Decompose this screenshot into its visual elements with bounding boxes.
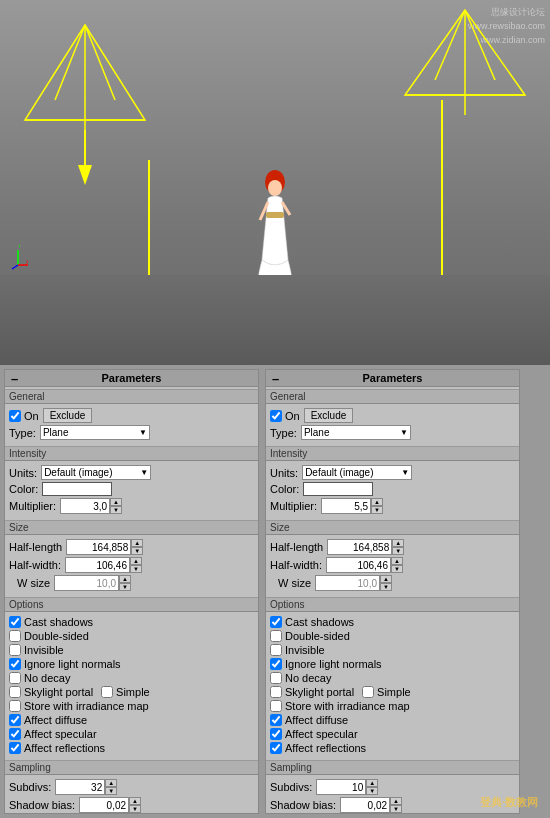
left-on-checkbox[interactable]: On <box>9 410 39 422</box>
left-shadow-bias-btns: ▲ ▼ <box>129 797 141 813</box>
right-affect-reflections[interactable]: Affect reflections <box>270 742 366 754</box>
right-subdivs-spinner: ▲ ▼ <box>316 779 378 795</box>
svg-line-19 <box>12 265 18 269</box>
left-units-dropdown[interactable]: Default (image) ▼ <box>41 465 151 480</box>
right-shadow-bias-label: Shadow bias: <box>270 799 336 811</box>
right-w-size-btns: ▲ ▼ <box>380 575 392 591</box>
right-no-decay[interactable]: No decay <box>270 672 331 684</box>
right-type-dropdown[interactable]: Plane ▼ <box>301 425 411 440</box>
right-exclude-button[interactable]: Exclude <box>304 408 354 423</box>
right-cast-shadows[interactable]: Cast shadows <box>270 616 354 628</box>
left-affect-diffuse[interactable]: Affect diffuse <box>9 714 87 726</box>
left-no-decay[interactable]: No decay <box>9 672 70 684</box>
right-subdivs-down[interactable]: ▼ <box>366 787 378 795</box>
left-color-label: Color: <box>9 483 38 495</box>
left-double-sided[interactable]: Double-sided <box>9 630 89 642</box>
left-panel-collapse[interactable]: – <box>11 371 18 386</box>
right-simple[interactable]: Simple <box>362 686 411 698</box>
right-half-length-down[interactable]: ▼ <box>392 547 404 555</box>
left-cast-shadows[interactable]: Cast shadows <box>9 616 93 628</box>
left-half-length-up[interactable]: ▲ <box>131 539 143 547</box>
left-store-irradiance[interactable]: Store with irradiance map <box>9 700 149 712</box>
right-affect-specular[interactable]: Affect specular <box>270 728 358 740</box>
left-subdivs-input[interactable] <box>55 779 105 795</box>
left-shadow-bias-spinner: ▲ ▼ <box>79 797 141 813</box>
right-on-checkbox[interactable]: On <box>270 410 300 422</box>
right-multiplier-up[interactable]: ▲ <box>371 498 383 506</box>
left-simple[interactable]: Simple <box>101 686 150 698</box>
right-shadow-bias-input[interactable] <box>340 797 390 813</box>
left-multiplier-down[interactable]: ▼ <box>110 506 122 514</box>
left-shadow-bias-up[interactable]: ▲ <box>129 797 141 805</box>
right-w-size-label: W size <box>278 577 311 589</box>
right-half-length-input[interactable] <box>327 539 392 555</box>
left-w-size-up[interactable]: ▲ <box>119 575 131 583</box>
left-half-width-up[interactable]: ▲ <box>130 557 142 565</box>
left-affect-reflections[interactable]: Affect reflections <box>9 742 105 754</box>
left-half-length-down[interactable]: ▼ <box>131 547 143 555</box>
right-color-swatch[interactable] <box>303 482 373 496</box>
right-half-width-btns: ▲ ▼ <box>391 557 403 573</box>
left-subdivs-label: Subdivs: <box>9 781 51 793</box>
right-units-dropdown[interactable]: Default (image) ▼ <box>302 465 412 480</box>
right-ignore-normals[interactable]: Ignore light normals <box>270 658 382 670</box>
left-subdivs-up[interactable]: ▲ <box>105 779 117 787</box>
right-type-label: Type: <box>270 427 297 439</box>
left-w-size-down[interactable]: ▼ <box>119 583 131 591</box>
left-w-size-label: W size <box>17 577 50 589</box>
left-multiplier-btns: ▲ ▼ <box>110 498 122 514</box>
left-exclude-button[interactable]: Exclude <box>43 408 93 423</box>
right-on-input[interactable] <box>270 410 282 422</box>
right-invisible[interactable]: Invisible <box>270 644 325 656</box>
left-shadow-bias-down[interactable]: ▼ <box>129 805 141 813</box>
left-ignore-normals[interactable]: Ignore light normals <box>9 658 121 670</box>
left-half-width-btns: ▲ ▼ <box>130 557 142 573</box>
left-affect-specular[interactable]: Affect specular <box>9 728 97 740</box>
left-panel-title: Parameters <box>102 372 162 384</box>
right-panel-collapse[interactable]: – <box>272 371 279 386</box>
left-half-width-input[interactable] <box>65 557 130 573</box>
right-double-sided[interactable]: Double-sided <box>270 630 350 642</box>
svg-rect-14 <box>266 212 284 218</box>
left-skylight-portal[interactable]: Skylight portal <box>9 686 93 698</box>
right-store-irradiance[interactable]: Store with irradiance map <box>270 700 410 712</box>
right-multiplier-btns: ▲ ▼ <box>371 498 383 514</box>
right-sampling-header: Sampling <box>266 760 519 775</box>
left-shadow-bias-label: Shadow bias: <box>9 799 75 811</box>
right-subdivs-input[interactable] <box>316 779 366 795</box>
left-pyramid <box>20 20 150 190</box>
right-half-length-up[interactable]: ▲ <box>392 539 404 547</box>
right-multiplier-down[interactable]: ▼ <box>371 506 383 514</box>
left-multiplier-up[interactable]: ▲ <box>110 498 122 506</box>
right-shadow-bias-down[interactable]: ▼ <box>390 805 402 813</box>
left-general-header: General <box>5 389 258 404</box>
left-type-dropdown[interactable]: Plane ▼ <box>40 425 150 440</box>
right-subdivs-up[interactable]: ▲ <box>366 779 378 787</box>
right-shadow-bias-up[interactable]: ▲ <box>390 797 402 805</box>
left-w-size-input[interactable] <box>54 575 119 591</box>
axes-indicator: Y X <box>8 245 28 270</box>
right-multiplier-input[interactable] <box>321 498 371 514</box>
left-half-width-down[interactable]: ▼ <box>130 565 142 573</box>
left-shadow-bias-input[interactable] <box>79 797 129 813</box>
right-half-width-input[interactable] <box>326 557 391 573</box>
svg-point-13 <box>268 180 282 196</box>
right-w-size-down[interactable]: ▼ <box>380 583 392 591</box>
right-affect-diffuse[interactable]: Affect diffuse <box>270 714 348 726</box>
right-half-width-down[interactable]: ▼ <box>391 565 403 573</box>
left-half-length-input[interactable] <box>66 539 131 555</box>
left-multiplier-input[interactable] <box>60 498 110 514</box>
left-color-swatch[interactable] <box>42 482 112 496</box>
right-w-size-up[interactable]: ▲ <box>380 575 392 583</box>
left-sampling-header: Sampling <box>5 760 258 775</box>
right-half-length-btns: ▲ ▼ <box>392 539 404 555</box>
right-w-size-input[interactable] <box>315 575 380 591</box>
right-skylight-portal[interactable]: Skylight portal <box>270 686 354 698</box>
right-half-width-up[interactable]: ▲ <box>391 557 403 565</box>
right-intensity-header: Intensity <box>266 446 519 461</box>
left-subdivs-spinner: ▲ ▼ <box>55 779 117 795</box>
left-on-input[interactable] <box>9 410 21 422</box>
left-half-width-label: Half-width: <box>9 559 61 571</box>
left-subdivs-down[interactable]: ▼ <box>105 787 117 795</box>
left-invisible[interactable]: Invisible <box>9 644 64 656</box>
